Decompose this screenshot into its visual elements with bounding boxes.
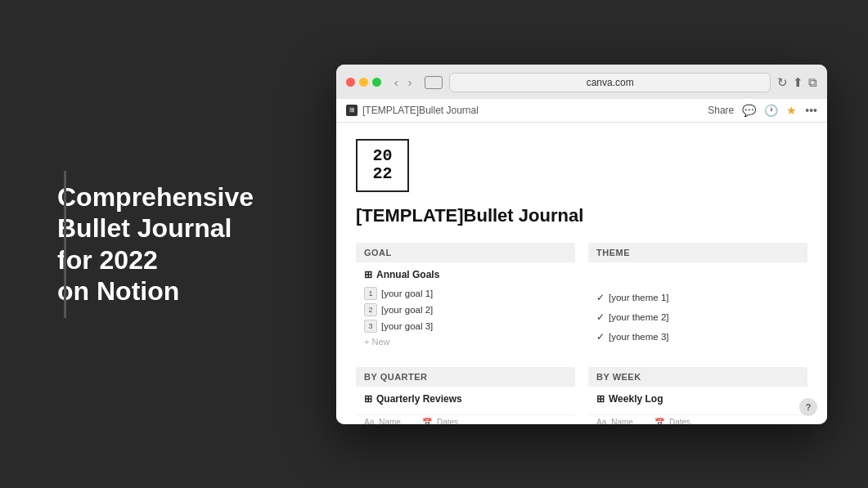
theme-item-1[interactable]: ✓ [your theme 1] bbox=[596, 290, 799, 305]
share-browser-icon[interactable]: ⬆ bbox=[793, 75, 803, 90]
notion-toolbar-actions: Share 💬 🕐 ★ ••• bbox=[708, 104, 817, 117]
quarter-db-title: Quarterly Reviews bbox=[376, 393, 462, 405]
back-button[interactable]: ‹ bbox=[391, 74, 402, 91]
quarter-content: ⊞ Quarterly Reviews bbox=[356, 388, 575, 414]
week-section: BY WEEK ⊞ Weekly Log Aa Name 📅 Dates bbox=[588, 367, 807, 424]
title-line3: for 2022 bbox=[57, 245, 158, 275]
app-container: Comprehensive Bullet Journal for 2022 on… bbox=[0, 0, 868, 488]
left-panel: Comprehensive Bullet Journal for 2022 on… bbox=[0, 0, 311, 488]
goal-header: GOAL bbox=[356, 243, 575, 262]
more-icon[interactable]: ••• bbox=[805, 104, 817, 117]
goal-num-2: 2 bbox=[364, 303, 377, 316]
week-db-title: Weekly Log bbox=[609, 393, 663, 405]
maximize-button[interactable] bbox=[372, 78, 381, 87]
quarter-db-title-row: ⊞ Quarterly Reviews bbox=[364, 393, 567, 405]
browser-actions: ↻ ⬆ ⧉ bbox=[777, 75, 817, 90]
favorite-icon[interactable]: ★ bbox=[786, 104, 797, 117]
duplicate-icon[interactable]: ⧉ bbox=[808, 75, 817, 90]
title-line2: Bullet Journal bbox=[57, 213, 232, 243]
week-col-dates: Dates bbox=[669, 418, 690, 424]
week-db-icon: ⊞ bbox=[596, 393, 605, 405]
notion-page-title: [TEMPLATE]Bullet Journal bbox=[362, 105, 479, 116]
week-col-aa: Aa bbox=[596, 418, 606, 424]
bottom-grid: BY QUARTER ⊞ Quarterly Reviews Aa Name 📅… bbox=[356, 367, 807, 424]
goal-text-1: [your goal 1] bbox=[381, 289, 433, 298]
week-columns: Aa Name 📅 Dates bbox=[588, 414, 807, 424]
nav-buttons: ‹ › bbox=[391, 74, 415, 91]
quarter-col-cal: 📅 bbox=[422, 418, 432, 424]
new-goal-button[interactable]: + New bbox=[364, 334, 567, 349]
goal-db-title: Annual Goals bbox=[376, 269, 439, 280]
address-bar[interactable]: canva.com bbox=[449, 73, 771, 92]
week-content: ⊞ Weekly Log bbox=[588, 388, 807, 414]
goal-item-3[interactable]: 3 [your goal 3] bbox=[364, 318, 567, 334]
divider bbox=[64, 171, 66, 318]
help-button[interactable]: ? bbox=[799, 398, 817, 416]
share-button[interactable]: Share bbox=[708, 105, 734, 116]
minimize-button[interactable] bbox=[359, 78, 368, 87]
check-icon-3: ✓ bbox=[596, 331, 605, 342]
page-title-left: Comprehensive Bullet Journal for 2022 on… bbox=[57, 181, 270, 307]
theme-content: ✓ [your theme 1] ✓ [your theme 2] ✓ [you… bbox=[588, 264, 807, 349]
goal-item-1[interactable]: 1 [your goal 1] bbox=[364, 285, 567, 302]
title-line4: on Notion bbox=[57, 276, 179, 306]
quarter-col-aa: Aa bbox=[364, 418, 374, 424]
forward-button[interactable]: › bbox=[405, 74, 416, 91]
close-button[interactable] bbox=[346, 78, 355, 87]
left-text-block: Comprehensive Bullet Journal for 2022 on… bbox=[41, 181, 270, 307]
week-col-name: Name bbox=[611, 418, 633, 424]
theme-item-2[interactable]: ✓ [your theme 2] bbox=[596, 310, 799, 325]
goal-text-2: [your goal 2] bbox=[381, 305, 433, 315]
refresh-icon[interactable]: ↻ bbox=[777, 75, 788, 90]
quarter-col-dates: Dates bbox=[437, 418, 458, 424]
week-db-title-row: ⊞ Weekly Log bbox=[596, 393, 799, 405]
browser-chrome: ‹ › canva.com ↻ ⬆ ⧉ bbox=[336, 65, 827, 99]
title-line1: Comprehensive bbox=[57, 182, 254, 212]
theme-section: THEME ✓ [your theme 1] ✓ [your theme 2] bbox=[588, 243, 807, 354]
goal-section: GOAL ⊞ Annual Goals 1 [your goal 1] 2 [y bbox=[356, 243, 575, 354]
week-col-cal: 📅 bbox=[654, 418, 664, 424]
goal-db-icon: ⊞ bbox=[364, 269, 372, 280]
comment-icon[interactable]: 💬 bbox=[742, 104, 756, 117]
theme-item-3[interactable]: ✓ [your theme 3] bbox=[596, 329, 799, 344]
week-header: BY WEEK bbox=[588, 367, 807, 387]
goal-num-3: 3 bbox=[364, 320, 377, 333]
logo-year: 2022 bbox=[372, 147, 392, 183]
quarter-col-name: Name bbox=[379, 418, 401, 424]
theme-text-1: [your theme 1] bbox=[609, 293, 669, 302]
goal-content: ⊞ Annual Goals 1 [your goal 1] 2 [your g… bbox=[356, 264, 575, 354]
notion-page-icon: ⊞ bbox=[346, 105, 358, 116]
theme-header: THEME bbox=[588, 243, 807, 262]
theme-text-3: [your theme 3] bbox=[609, 332, 669, 342]
check-icon-1: ✓ bbox=[596, 292, 605, 303]
clock-icon[interactable]: 🕐 bbox=[764, 104, 778, 117]
check-icon-2: ✓ bbox=[596, 311, 605, 323]
theme-text-2: [your theme 2] bbox=[609, 312, 669, 322]
quarter-header: BY QUARTER bbox=[356, 367, 575, 387]
notion-content: 2022 [TEMPLATE]Bullet Journal GOAL ⊞ Ann… bbox=[336, 123, 827, 424]
goal-num-1: 1 bbox=[364, 287, 377, 300]
quarter-db-icon: ⊞ bbox=[364, 393, 372, 405]
quarter-section: BY QUARTER ⊞ Quarterly Reviews Aa Name 📅… bbox=[356, 367, 575, 424]
browser-window: ‹ › canva.com ↻ ⬆ ⧉ ⊞ [TEMPLATE]Bullet J… bbox=[336, 65, 827, 424]
logo-box: 2022 bbox=[356, 139, 409, 192]
goal-text-3: [your goal 3] bbox=[381, 321, 433, 331]
goal-item-2[interactable]: 2 [your goal 2] bbox=[364, 302, 567, 318]
quarter-columns: Aa Name 📅 Dates bbox=[356, 414, 575, 424]
traffic-lights bbox=[346, 78, 381, 87]
notion-toolbar: ⊞ [TEMPLATE]Bullet Journal Share 💬 🕐 ★ •… bbox=[336, 99, 827, 123]
top-grid: GOAL ⊞ Annual Goals 1 [your goal 1] 2 [y bbox=[356, 243, 807, 354]
tab-icon bbox=[425, 76, 443, 89]
goal-db-title-row: ⊞ Annual Goals bbox=[364, 269, 567, 280]
notion-title-bar: ⊞ [TEMPLATE]Bullet Journal bbox=[346, 105, 479, 116]
page-heading: [TEMPLATE]Bullet Journal bbox=[356, 205, 807, 226]
